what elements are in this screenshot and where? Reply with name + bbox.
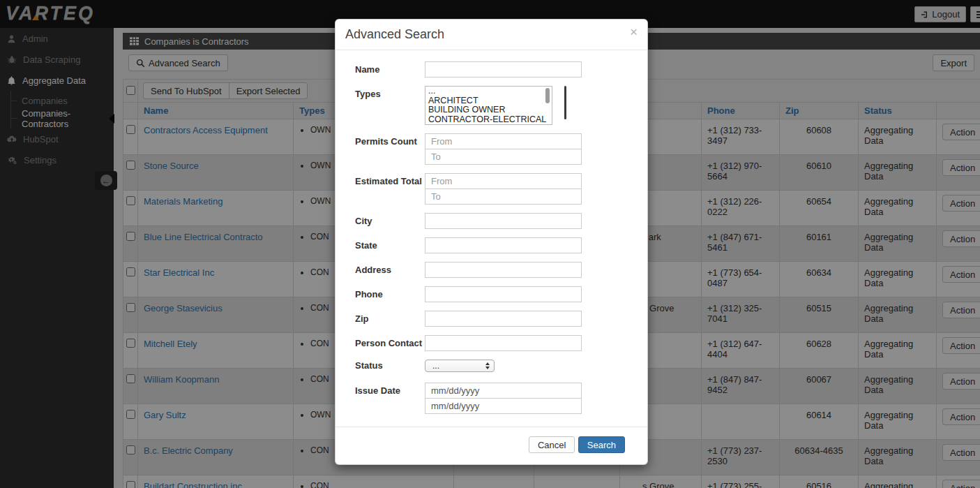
- cancel-button[interactable]: Cancel: [529, 436, 575, 453]
- address-field[interactable]: [425, 262, 582, 278]
- modal-footer: Cancel Search: [336, 427, 647, 464]
- address-field-label: Address: [355, 262, 425, 278]
- select-arrows-icon: [485, 362, 490, 369]
- field-row-city: City: [355, 213, 638, 229]
- modal-title: Advanced Search: [345, 27, 638, 42]
- types-option[interactable]: ...: [425, 87, 552, 96]
- search-button[interactable]: Search: [578, 436, 625, 453]
- types-field-label: Types: [355, 86, 425, 125]
- permits-count-to-field[interactable]: [425, 149, 582, 165]
- estimated-total-label: Estimated Total: [355, 173, 425, 205]
- permits-count-label: Permits Count: [355, 133, 425, 165]
- status-field-label: Status: [355, 360, 425, 372]
- status-select-value: ...: [432, 361, 485, 371]
- modal-header: Advanced Search ×: [336, 20, 647, 50]
- issue-date-to-field[interactable]: [425, 398, 582, 414]
- issue-date-label: Issue Date: [355, 383, 425, 414]
- close-icon[interactable]: ×: [630, 25, 638, 38]
- estimated-total-from-field[interactable]: [425, 173, 582, 189]
- types-option[interactable]: BUILDING OWNER: [425, 105, 552, 115]
- phone-field-label: Phone: [355, 286, 425, 302]
- types-multiselect[interactable]: ...ARCHITECTBUILDING OWNERCONTRACTOR-ELE…: [425, 86, 552, 125]
- field-row-name: Name: [355, 61, 638, 77]
- advanced-search-modal: Advanced Search × Name Types ...ARCHITEC…: [335, 19, 648, 465]
- field-row-zip: Zip: [355, 311, 638, 327]
- types-options: ...ARCHITECTBUILDING OWNERCONTRACTOR-ELE…: [425, 87, 552, 124]
- scrollbar-line[interactable]: [564, 86, 566, 119]
- listbox-scrollbar-thumb[interactable]: [545, 88, 550, 103]
- types-option[interactable]: ARCHITECT: [425, 96, 552, 106]
- zip-field[interactable]: [425, 311, 582, 327]
- state-field[interactable]: [425, 237, 582, 253]
- phone-field[interactable]: [425, 286, 582, 302]
- modal-body: Name Types ...ARCHITECTBUILDING OWNERCON…: [336, 50, 647, 417]
- state-field-label: State: [355, 237, 425, 253]
- zip-field-label: Zip: [355, 311, 425, 327]
- field-row-types: Types ...ARCHITECTBUILDING OWNERCONTRACT…: [355, 86, 638, 125]
- issue-date-from-field[interactable]: [425, 383, 582, 399]
- field-row-issue-date: Issue Date: [355, 383, 638, 414]
- types-option[interactable]: CONTRACTOR-ELECTRICAL: [425, 115, 552, 125]
- field-row-permits-count: Permits Count: [355, 133, 638, 165]
- field-row-status: Status ...: [355, 360, 638, 372]
- permits-count-from-field[interactable]: [425, 133, 582, 149]
- name-field[interactable]: [425, 61, 582, 77]
- person-contact-field[interactable]: [425, 335, 582, 351]
- field-row-address: Address: [355, 262, 638, 278]
- estimated-total-to-field[interactable]: [425, 188, 582, 205]
- city-field-label: City: [355, 213, 425, 229]
- field-row-person-contact: Person Contact: [355, 335, 638, 351]
- field-row-phone: Phone: [355, 286, 638, 302]
- status-select[interactable]: ...: [425, 360, 495, 372]
- name-field-label: Name: [355, 61, 425, 77]
- city-field[interactable]: [425, 213, 582, 229]
- field-row-estimated-total: Estimated Total: [355, 173, 638, 205]
- field-row-state: State: [355, 237, 638, 253]
- person-contact-label: Person Contact: [355, 335, 425, 351]
